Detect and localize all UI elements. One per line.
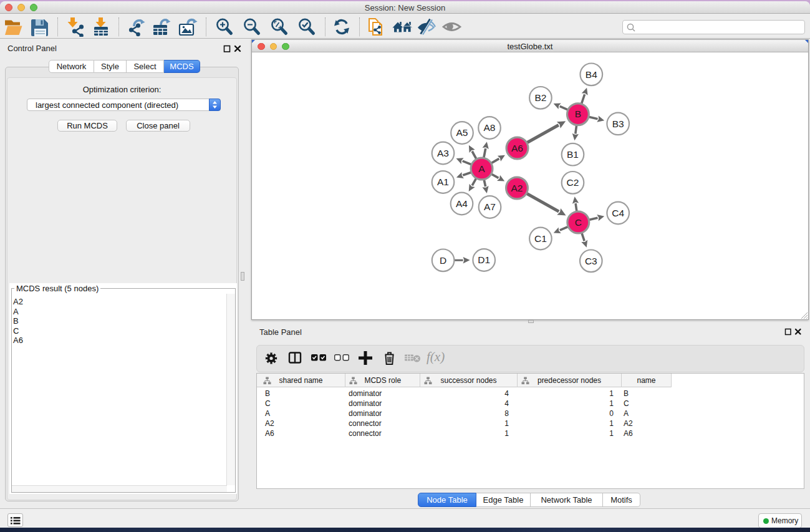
svg-text:A4: A4 [456,198,468,209]
svg-text:A7: A7 [484,201,496,212]
svg-text:C2: C2 [567,177,579,188]
svg-text:B3: B3 [612,118,624,129]
svg-text:A1: A1 [437,177,449,187]
svg-text:A6: A6 [511,143,523,153]
svg-text:C3: C3 [585,256,597,266]
svg-text:B: B [575,109,581,119]
svg-text:C: C [575,217,582,228]
svg-text:A2: A2 [511,183,523,193]
svg-text:B2: B2 [534,92,546,103]
svg-text:C4: C4 [612,208,624,218]
svg-text:D: D [440,255,446,266]
svg-text:B1: B1 [567,149,579,160]
svg-text:A: A [478,163,485,174]
svg-text:C1: C1 [534,233,547,244]
svg-text:B4: B4 [586,69,597,80]
svg-text:A5: A5 [456,127,468,138]
svg-text:D1: D1 [478,254,490,265]
svg-text:A3: A3 [437,148,449,158]
svg-text:A8: A8 [484,122,496,133]
